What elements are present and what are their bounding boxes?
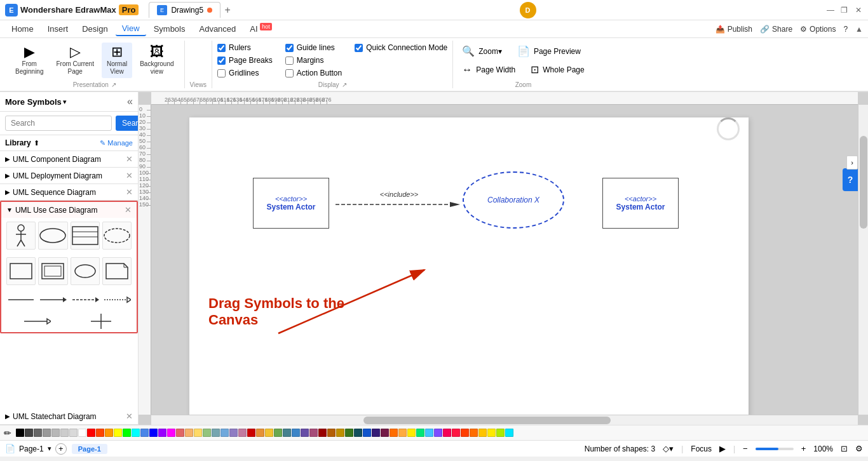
panel-dropdown-icon[interactable]: ▾ — [63, 98, 67, 106]
from-beginning-button[interactable]: ▶ FromBeginning — [10, 43, 48, 78]
maximize-button[interactable]: ❐ — [840, 6, 849, 15]
component-close[interactable]: ✕ — [126, 154, 133, 164]
menu-view[interactable]: View — [116, 22, 146, 36]
color-swatch[interactable] — [487, 429, 496, 437]
shape-line-arrow2[interactable] — [6, 312, 68, 331]
color-swatch[interactable] — [176, 429, 184, 437]
color-swatch[interactable] — [114, 429, 122, 437]
close-button[interactable]: ✕ — [854, 6, 863, 15]
settings-icon[interactable]: ⚙ — [855, 444, 863, 453]
color-swatch[interactable] — [309, 429, 318, 437]
uml-usecase-header[interactable]: ▼ UML Use Case Diagram ✕ — [1, 202, 137, 218]
shape-rect2[interactable] — [38, 257, 67, 285]
color-swatch[interactable] — [363, 429, 371, 437]
color-swatch[interactable] — [336, 429, 344, 437]
color-swatch[interactable] — [51, 429, 60, 437]
fit-page-icon[interactable]: ⊡ — [841, 444, 848, 453]
shape-line-arrow[interactable] — [38, 290, 67, 309]
color-swatch[interactable] — [185, 429, 193, 437]
menu-symbols[interactable]: Symbols — [147, 22, 192, 36]
color-swatch[interactable] — [354, 429, 362, 437]
quick-connection-checkbox[interactable]: Quick Connection Mode — [355, 43, 447, 52]
menu-ai[interactable]: AI hot — [243, 22, 278, 36]
color-swatch[interactable] — [16, 429, 24, 437]
margins-input[interactable] — [285, 57, 294, 65]
sequence-close[interactable]: ✕ — [126, 187, 133, 197]
canvas-white[interactable]: <<actor>> System Actor <<include>> Colla… — [189, 117, 749, 425]
color-swatch[interactable] — [43, 429, 51, 437]
color-swatch[interactable] — [238, 429, 247, 437]
menu-insert[interactable]: Insert — [41, 22, 75, 36]
h-scroll-thumb[interactable] — [363, 417, 611, 424]
color-swatch[interactable] — [96, 429, 104, 437]
background-view-button[interactable]: 🖼 Backgroundview — [135, 43, 179, 78]
color-swatch[interactable] — [212, 429, 220, 437]
quick-connection-input[interactable] — [355, 44, 363, 52]
color-swatch[interactable] — [327, 429, 336, 437]
normal-view-button[interactable]: ⊞ NormalView — [102, 43, 132, 78]
zoom-button[interactable]: 🔍 Zoom▾ — [458, 43, 506, 59]
shape-collab[interactable] — [71, 257, 100, 285]
shape-t-shape[interactable] — [71, 312, 132, 331]
color-swatch[interactable] — [318, 429, 327, 437]
color-swatch[interactable] — [256, 429, 264, 437]
presentation-expand-icon[interactable]: ↗ — [111, 81, 116, 88]
page-add-button[interactable]: + — [55, 443, 67, 455]
shape-line-dashed[interactable] — [71, 290, 100, 309]
user-avatar[interactable]: D — [520, 2, 536, 18]
actor2-box[interactable]: <<actor>> System Actor — [602, 178, 679, 229]
margins-checkbox[interactable]: Margins — [285, 56, 342, 65]
color-swatch[interactable] — [372, 429, 380, 437]
page-tab[interactable]: Page-1 — [72, 444, 107, 454]
active-tab[interactable]: E Drawing5 — [149, 2, 220, 18]
page-width-button[interactable]: ↔ Page Width — [458, 62, 519, 77]
zoom-in-icon[interactable]: + — [801, 444, 806, 453]
manage-link[interactable]: ✎ Manage — [100, 139, 133, 147]
panel-collapse-button[interactable]: « — [127, 96, 133, 107]
collapse-button[interactable]: ▲ — [855, 25, 863, 34]
color-swatch[interactable] — [345, 429, 353, 437]
zoom-out-icon[interactable]: − — [743, 444, 748, 453]
color-swatch[interactable] — [123, 429, 131, 437]
color-swatch[interactable] — [194, 429, 202, 437]
color-swatch[interactable] — [478, 429, 487, 437]
color-swatch[interactable] — [381, 429, 389, 437]
color-swatch[interactable] — [105, 429, 113, 437]
color-swatch[interactable] — [274, 429, 282, 437]
color-swatch[interactable] — [203, 429, 211, 437]
uml-sequence-header[interactable]: ▶ UML Sequence Diagram ✕ — [0, 184, 138, 200]
color-swatch[interactable] — [158, 429, 166, 437]
shape-rect[interactable] — [6, 257, 36, 285]
display-expand-icon[interactable]: ↗ — [342, 81, 347, 88]
help-button[interactable]: ? — [843, 25, 848, 34]
shape-select-icon[interactable]: ◇▾ — [663, 444, 674, 453]
color-swatch[interactable] — [407, 429, 416, 437]
gridlines-input[interactable] — [217, 69, 226, 77]
uml-statechart-header[interactable]: ▶ UML Statechart Diagram ✕ — [0, 408, 138, 424]
color-swatch[interactable] — [301, 429, 309, 437]
color-swatch[interactable] — [505, 429, 513, 437]
color-swatch[interactable] — [283, 429, 291, 437]
shape-dashed-ellipse[interactable] — [102, 222, 132, 250]
color-swatch[interactable] — [87, 429, 95, 437]
shape-actor[interactable] — [6, 222, 36, 250]
v-scroll-thumb[interactable] — [860, 136, 867, 229]
color-swatch[interactable] — [34, 429, 42, 437]
share-button[interactable]: 🔗 Share — [760, 25, 792, 34]
usecase-close[interactable]: ✕ — [125, 205, 132, 215]
shape-line-plain[interactable] — [6, 290, 36, 309]
page-breaks-input[interactable] — [217, 57, 226, 65]
color-swatch[interactable] — [220, 429, 229, 437]
color-swatch[interactable] — [149, 429, 158, 437]
right-panel-collapse[interactable]: › — [846, 156, 858, 170]
collab-ellipse[interactable]: Collaboration X — [463, 171, 564, 229]
color-swatch[interactable] — [78, 429, 86, 437]
menu-design[interactable]: Design — [76, 22, 114, 36]
rulers-checkbox[interactable]: Rulers — [217, 43, 273, 52]
shape-abstract-class[interactable] — [71, 222, 100, 250]
rulers-input[interactable] — [217, 44, 226, 52]
color-swatch[interactable] — [229, 429, 238, 437]
page-preview-button[interactable]: 📄 Page Preview — [513, 43, 585, 59]
from-current-button[interactable]: ▷ From CurrentPage — [51, 43, 98, 78]
shape-note[interactable] — [102, 257, 132, 285]
